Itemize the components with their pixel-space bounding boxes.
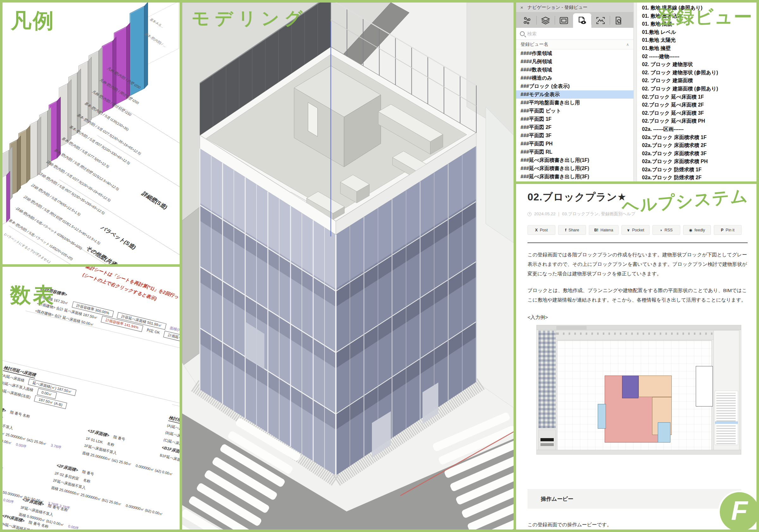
share-button[interactable]: ◉ feedly xyxy=(683,225,711,235)
screenshot-plan-canvas xyxy=(557,340,712,450)
screenshot-pen-swatch xyxy=(540,443,554,446)
numeric-table-block: <B1F床面積>階 番号 名称B1F 15 社長室B1F延べ床面積不算入面積 2… xyxy=(3,401,72,460)
divider xyxy=(528,243,748,243)
legend-wall-label: 基本-壁(内部) / S造 t177.5(65+12.5) xyxy=(61,136,110,169)
registered-view-item[interactable]: ###平面図 ピット xyxy=(516,107,633,115)
registered-view-item[interactable]: 02. ブロック 建物形状 xyxy=(637,60,756,69)
screenshot-selected-row xyxy=(715,421,738,424)
registered-view-item[interactable]: 01.敷地 太陽光 xyxy=(637,36,756,44)
block-plan-wet-area-a xyxy=(598,404,606,429)
brand-logo: F xyxy=(720,492,756,529)
registered-view-item[interactable]: ###延べ床面積書き出し用(2F) xyxy=(516,164,633,172)
search-input[interactable] xyxy=(527,31,630,36)
share-button[interactable]: ∨ Pocket xyxy=(621,225,650,235)
registered-view-item[interactable]: ###ブロック (全表示) xyxy=(516,82,633,91)
registered-view-item[interactable]: 02.ブロック 延べ床面積 PH xyxy=(637,117,756,125)
legend-panel-title: 凡例 xyxy=(11,10,55,31)
input-example-label: <入力例> xyxy=(528,314,745,321)
block-plan-wet-area-b xyxy=(658,422,670,442)
registered-view-item[interactable]: 01.敷地 レベル xyxy=(637,28,756,36)
screenshot-view-list xyxy=(715,391,738,445)
screenshot-tool-palette xyxy=(538,330,556,428)
close-icon[interactable]: × xyxy=(519,5,524,10)
block-plan-room-a xyxy=(639,375,672,397)
palette-scrollbar[interactable] xyxy=(634,3,637,181)
screenshot-document-tab xyxy=(556,326,587,330)
share-button[interactable]: X Post xyxy=(528,225,555,235)
registered-view-item[interactable]: 02a.ブロック 床面積求積 3F xyxy=(637,149,756,158)
share-button[interactable]: P Pin it xyxy=(714,225,741,235)
view-name-column-header[interactable]: 登録ビュー名 ∧ xyxy=(516,40,633,49)
numeric-table-panel: 集計シートは「シートを再計算(*1)」を2回行って下さい。(シートの上で右クリッ… xyxy=(3,267,180,529)
registered-view-item[interactable]: 02. ブロック 建築面積 (参照あり) xyxy=(637,85,756,93)
feedly-icon: ◉ xyxy=(689,228,692,232)
registered-view-item[interactable]: 02.ブロック 延べ床面積 3F xyxy=(637,109,756,117)
block-plan-stair-core xyxy=(622,375,639,398)
registered-view-item[interactable]: ###延べ床面積書き出し用(3F) xyxy=(516,172,633,181)
collapse-chevron-icon[interactable]: ∧ xyxy=(626,42,629,47)
saved-views-icon[interactable] xyxy=(573,13,591,28)
registered-view-item[interactable]: 02.ブロック 延べ床面積 2F xyxy=(637,101,756,109)
help-panel: 02.ブロックプラン★ 2024.05.22 ｜ 03.ブロックプラン, 登録画… xyxy=(516,184,756,529)
reference-icon[interactable] xyxy=(610,13,628,28)
palette-toolbar xyxy=(516,12,633,28)
facebook-icon: f xyxy=(565,228,566,232)
registered-view-item[interactable]: ###平面図 3F xyxy=(516,132,633,140)
screenshot-navigation-palette xyxy=(713,330,739,452)
navigation-palette: × ナビゲーション - 登録ビュー xyxy=(516,3,756,181)
nav-watermark: 登録ビュー xyxy=(657,8,753,26)
registered-view-item[interactable]: 02. ブロック 建築面積 xyxy=(637,77,756,85)
viewport-icon[interactable] xyxy=(591,13,610,28)
building-3d-view xyxy=(182,3,514,529)
registered-view-list: ####作業領域####凡例領域####数表領域####構造のみ###ブロック … xyxy=(516,49,633,181)
registered-view-item[interactable]: ###平面図 1F xyxy=(516,115,633,123)
x-icon: X xyxy=(535,228,538,232)
registered-view-item[interactable]: ###平均地盤面書き出し用 xyxy=(516,98,633,107)
registered-view-item[interactable]: 02. ブロック 建物形状 (参照あり) xyxy=(637,69,756,77)
registered-view-item[interactable]: 02a.ブロック 床面積求積 PH xyxy=(637,157,756,166)
palette-title-bar: × ナビゲーション - 登録ビュー xyxy=(516,3,633,12)
registered-view-item[interactable]: ###平面図 2F xyxy=(516,123,633,132)
movie-caption: この登録画面での操作ムービーです。 xyxy=(528,521,612,528)
structure-graph-icon[interactable] xyxy=(518,13,537,28)
palette-title: ナビゲーション - 登録ビュー xyxy=(528,4,587,11)
modeling-panel: モデリング xyxy=(182,3,514,529)
legend-leader-line xyxy=(59,179,180,264)
clock-icon xyxy=(528,212,532,216)
registered-view-item[interactable]: 02a.ブロック 床面積求積 2F xyxy=(637,141,756,149)
legend-wall-label: 詳細-壁(内部) / S造 t79(65+12.5+1.5) xyxy=(30,183,81,217)
registered-view-item[interactable]: 02a.ブロック 床面積求積 1F xyxy=(637,133,756,142)
legend-panel: 凡例-壁(内部) / 内壁 t200凡例-壁(内部) / 間仕切壁 t200凡例… xyxy=(3,3,180,264)
navigation-palette-window: × ナビゲーション - 登録ビュー xyxy=(516,3,634,181)
registered-view-item[interactable]: 02 ------建物------ xyxy=(637,53,756,61)
registered-view-item[interactable]: 02a.ブロック 防煙求積 2F xyxy=(637,173,756,181)
help-paragraph-2: ブロックとは、敷地作成、プランニングや建物配置をする際の平面形状のことであり、B… xyxy=(528,286,747,305)
rss-icon: ◗ xyxy=(660,228,662,232)
registered-view-item[interactable]: 02.ブロック 延べ床面積 1F xyxy=(637,93,756,101)
registered-view-item[interactable]: 02a. ------区画------ xyxy=(637,125,756,133)
registered-view-item[interactable]: ###モデル全表示 xyxy=(516,91,633,98)
legend-isometric-canvas: 凡例-壁(内部) / 内壁 t200凡例-壁(内部) / 間仕切壁 t200凡例… xyxy=(3,3,180,264)
registered-view-item[interactable]: ####構造のみ xyxy=(516,74,633,82)
registered-view-item[interactable]: ####凡例領域 xyxy=(516,57,633,66)
registered-view-item[interactable]: 02a.ブロック 防煙求積 1F xyxy=(637,166,756,174)
hatena-icon: B! xyxy=(594,228,598,232)
share-button[interactable]: f Share xyxy=(558,225,586,235)
registered-view-item[interactable]: ####数表領域 xyxy=(516,66,633,74)
registered-view-item[interactable]: ###平面図 RL xyxy=(516,148,633,156)
numeric-panel-title: 数表 xyxy=(10,285,56,305)
registered-view-item[interactable]: ###延べ床面積書き出し用(1F) xyxy=(516,156,633,164)
design-layer-icon[interactable] xyxy=(555,13,573,28)
numeric-table-block: 検討用延べ床面積(A)延べ床面積延べ床面積(㎡) 187.50㎡(B)延べ床不算… xyxy=(3,363,83,412)
share-button[interactable]: ◗ RSS xyxy=(653,225,680,235)
registered-view-item[interactable]: ###平面図 PH xyxy=(516,140,633,148)
site-reference-box xyxy=(696,366,713,406)
registered-view-list-continued: 01. 敷地 境界線 (参照あり)01. 敷地 書き込み01. 敷地 法規01.… xyxy=(637,3,756,181)
registered-view-item[interactable]: ####作業領域 xyxy=(516,49,633,57)
screenshot-toolbar xyxy=(555,330,722,340)
layers-icon[interactable] xyxy=(537,13,555,28)
screenshot-status-bar xyxy=(537,450,741,454)
operation-movie-accordion[interactable]: 操作ムービー xyxy=(528,489,741,509)
registered-view-item[interactable]: 01.敷地 擁壁 xyxy=(637,44,756,53)
share-button[interactable]: B! Hatena xyxy=(589,225,619,235)
